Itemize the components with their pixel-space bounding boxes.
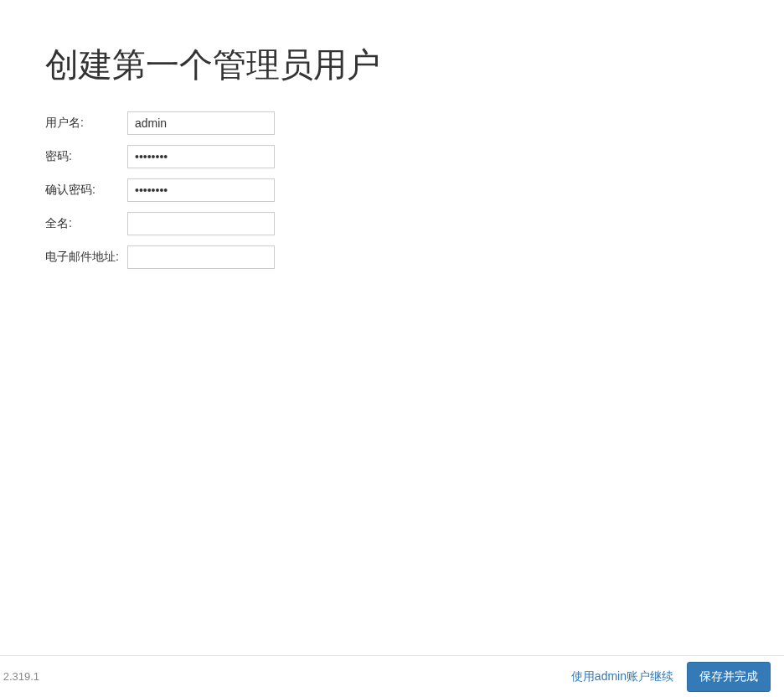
admin-user-form: 用户名: 密码: 确认密码: 全名: 电子邮件地址: (45, 106, 275, 274)
email-label: 电子邮件地址: (45, 240, 127, 274)
save-and-finish-button[interactable]: 保存并完成 (687, 662, 771, 692)
main-content: 创建第一个管理员用户 用户名: 密码: 确认密码: 全名: (0, 0, 784, 274)
username-label: 用户名: (45, 106, 127, 140)
password-input[interactable] (127, 145, 275, 168)
confirm-password-input[interactable] (127, 178, 275, 202)
confirm-password-label: 确认密码: (45, 173, 127, 207)
footer: ıs 2.319.1 使用admin账户继续 保存并完成 (0, 655, 784, 697)
email-input[interactable] (127, 245, 275, 269)
continue-as-admin-button[interactable]: 使用admin账户继续 (571, 669, 673, 684)
footer-actions: 使用admin账户继续 保存并完成 (571, 662, 771, 692)
username-input[interactable] (127, 111, 275, 135)
page-title: 创建第一个管理员用户 (45, 42, 784, 88)
fullname-input[interactable] (127, 212, 275, 235)
fullname-label: 全名: (45, 207, 127, 240)
footer-version: ıs 2.319.1 (0, 670, 39, 683)
password-label: 密码: (45, 140, 127, 173)
